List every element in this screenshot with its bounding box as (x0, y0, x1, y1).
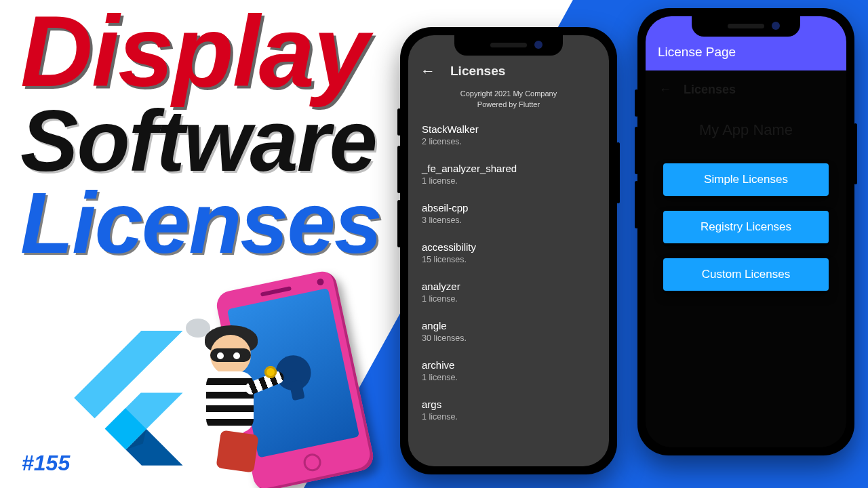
registry-licenses-button[interactable]: Registry Licenses (663, 211, 829, 243)
phone-mock-menu: License Page ← Licenses My App Name Simp… (637, 8, 854, 455)
list-item[interactable]: _fe_analyzer_shared1 license. (422, 153, 595, 192)
back-arrow-icon[interactable]: ← (420, 64, 435, 79)
thumbnail-stage: Display Software Licenses #155 ← License… (0, 0, 868, 488)
headline: Display Software Licenses (20, 0, 381, 264)
list-item[interactable]: angle30 licenses. (422, 310, 595, 350)
headline-word-3: Licenses (20, 182, 381, 264)
headline-word-2: Software (20, 100, 381, 182)
phone-mock-licenses: ← Licenses Copyright 2021 My Company Pow… (400, 27, 617, 474)
phone-notch (454, 35, 563, 56)
appbar-title: Licenses (450, 64, 505, 79)
list-item[interactable]: args1 license. (422, 389, 595, 428)
back-arrow-icon: ← (659, 83, 671, 97)
list-item[interactable]: accessibility15 licenses. (422, 232, 595, 271)
episode-number: #155 (22, 451, 70, 476)
list-item[interactable]: abseil-cpp3 licenses. (422, 192, 595, 232)
list-item[interactable]: analyzer1 license. (422, 271, 595, 310)
license-list[interactable]: StackWalker2 licenses. _fe_analyzer_shar… (408, 110, 609, 436)
custom-licenses-button[interactable]: Custom Licenses (663, 258, 829, 291)
copyright-text: Copyright 2021 My Company (408, 88, 609, 99)
dim-app-name: My App Name (659, 121, 833, 139)
appbar-title: License Page (658, 45, 736, 59)
button-stack: Simple Licenses Registry Licenses Custom… (646, 151, 846, 303)
dim-title: Licenses (684, 83, 736, 97)
illustration-thief (176, 319, 278, 488)
dimmed-backdrop: ← Licenses My App Name (646, 70, 846, 151)
powered-by-text: Powered by Flutter (408, 99, 609, 110)
list-item[interactable]: archive1 license. (422, 350, 595, 389)
headline-word-1: Display (20, 4, 381, 100)
list-item[interactable]: StackWalker2 licenses. (422, 114, 595, 153)
phone-notch (692, 16, 800, 37)
simple-licenses-button[interactable]: Simple Licenses (663, 163, 829, 196)
